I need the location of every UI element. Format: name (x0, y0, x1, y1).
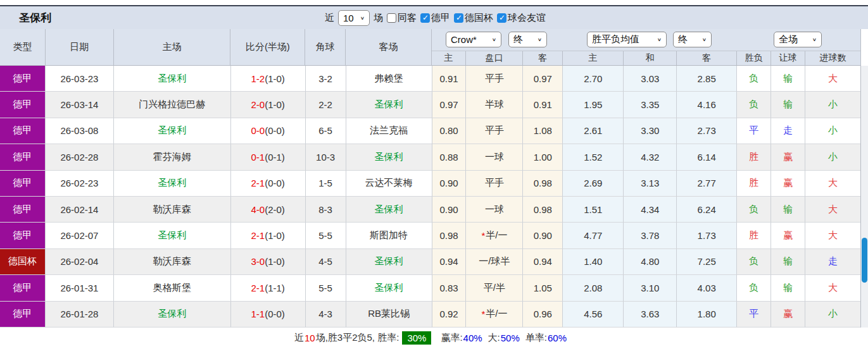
cell-handicap-result: 赢 (771, 302, 805, 328)
cell-odds-home: 0.80 (432, 118, 467, 144)
scrollbar-track[interactable] (861, 66, 868, 328)
subcol-handicap-result: 让球 (771, 51, 805, 65)
fulltime-score: 2-1 (251, 178, 265, 188)
col-header-type: 类型 (0, 29, 46, 65)
matches-table: 类型 日期 主场 比分(半场) 角球 客场 Crow* ∨ 终 ∨ 胜平负均值 (0, 29, 861, 349)
cell-odds-home: 0.90 (432, 197, 467, 223)
cell-avg-draw: 4.80 (624, 249, 677, 275)
dfb-pokal-label: 德国杯 (465, 12, 493, 24)
cell-corner: 5-5 (306, 223, 346, 248)
cell-wdl: 负 (737, 197, 771, 223)
cell-avg-home: 1.51 (563, 197, 624, 223)
cell-date: 26-02-23 (46, 171, 114, 197)
chevron-down-icon: ∨ (492, 37, 496, 42)
scrollbar-thumb[interactable] (862, 238, 867, 283)
cell-away: 法兰克福 (346, 118, 432, 144)
halftime-score: (0-1) (265, 152, 285, 162)
average-time-select[interactable]: 终 ∨ (673, 32, 712, 47)
cell-league: 德甲 (0, 118, 46, 144)
odds-time-select[interactable]: 终 ∨ (508, 32, 547, 47)
cell-league: 德甲 (0, 223, 46, 248)
halftime-score: (2-0) (265, 204, 285, 215)
cell-away: 弗赖堡 (346, 66, 432, 92)
cell-goals: 大 (805, 275, 860, 301)
cell-handicap-result: 输 (771, 249, 805, 275)
cell-handicap-result: 输 (771, 92, 805, 118)
col-header-date: 日期 (46, 29, 114, 65)
cell-score: 2-0(1-0) (231, 92, 306, 118)
stat-label: 单率: (525, 332, 547, 344)
odds-company-select[interactable]: Crow* ∨ (446, 32, 501, 47)
cell-away: 圣保利 (346, 92, 432, 118)
cell-avg-draw: 3.30 (624, 118, 677, 144)
odds-subheader: 主 盘口 客 主 和 客 胜负 让球 进球数 (432, 51, 860, 65)
chevron-down-icon: ∨ (360, 15, 365, 20)
cell-avg-draw: 3.35 (624, 92, 677, 118)
dfb-pokal-checkbox[interactable] (454, 13, 463, 23)
subcol-goals: 进球数 (805, 51, 860, 65)
cell-date: 26-02-07 (46, 223, 114, 248)
fulltime-score: 0-0 (251, 125, 265, 136)
cell-away: 圣保利 (346, 197, 432, 223)
cell-goals: 大 (805, 223, 860, 248)
cell-goals: 走 (805, 249, 860, 275)
cell-home: 圣保利 (114, 118, 231, 144)
filter-controls: 近 10 ∨ 场 同客 德甲 德国杯 球会友谊 (325, 6, 546, 29)
cell-home: 圣保利 (114, 302, 231, 328)
chevron-down-icon: ∨ (657, 37, 662, 42)
cell-avg-away: 2.85 (677, 66, 737, 92)
cell-goals: 小 (805, 92, 860, 118)
cell-odds-home: 0.91 (432, 66, 467, 92)
recent-label: 近 (325, 12, 334, 24)
halftime-score: (0-0) (265, 125, 285, 136)
recent-count-select[interactable]: 10 ∨ (338, 10, 370, 26)
cell-wdl: 负 (737, 275, 771, 301)
cell-avg-home: 2.61 (563, 118, 624, 144)
cell-wdl: 平 (737, 302, 771, 328)
cell-date: 26-03-23 (46, 66, 114, 92)
cell-date: 26-01-28 (46, 302, 114, 328)
cell-score: 2-1(0-0) (231, 171, 306, 197)
cell-avg-away: 4.03 (677, 275, 737, 301)
col-header-corner: 角球 (305, 29, 346, 65)
cell-odds-away: 1.08 (523, 118, 563, 144)
same-venue-group: 同客 (387, 12, 417, 24)
halftime-score: (1-0) (265, 256, 285, 267)
cell-odds-away: 0.90 (523, 223, 563, 248)
cell-odds-away: 0.98 (523, 171, 563, 197)
cell-avg-home: 1.40 (563, 249, 624, 275)
cell-avg-draw: 3.03 (624, 66, 677, 92)
scope-select[interactable]: 全场 ∨ (774, 32, 822, 47)
cell-avg-away: 7.25 (677, 249, 737, 275)
bundesliga-checkbox[interactable] (420, 13, 430, 23)
fulltime-score: 2-1 (251, 283, 265, 293)
friendly-label: 球会友谊 (508, 12, 546, 24)
cell-odds-home: 0.98 (432, 223, 467, 248)
cell-home: 霍芬海姆 (114, 144, 231, 170)
cell-away: 云达不莱梅 (346, 171, 432, 197)
cell-handicap-result: 输 (771, 66, 805, 92)
title-bar: 圣保利 近 10 ∨ 场 同客 德甲 德国杯 球会友谊 (0, 5, 868, 29)
table-row: 德甲26-02-23圣保利2-1(0-0)1-5云达不莱梅0.90平手0.982… (0, 171, 860, 197)
halftime-score: (1-0) (265, 230, 285, 241)
cell-home: 勒沃库森 (114, 249, 231, 275)
cell-odds-away: 0.97 (523, 66, 563, 92)
cell-league: 德甲 (0, 197, 46, 223)
friendly-checkbox[interactable] (497, 13, 506, 23)
cell-home: 圣保利 (114, 66, 231, 92)
cell-handicap: *半/一 (466, 223, 523, 248)
cell-handicap: 平手 (466, 118, 523, 144)
average-type-select[interactable]: 胜平负均值 ∨ (587, 32, 667, 47)
cell-avg-draw: 3.63 (624, 302, 677, 328)
halftime-score: (0-0) (265, 178, 285, 188)
same-venue-checkbox[interactable] (387, 13, 396, 23)
col-header-away: 客场 (346, 29, 432, 65)
cell-date: 26-02-04 (46, 249, 114, 275)
cell-score: 2-1(1-1) (231, 275, 306, 301)
chevron-down-icon: ∨ (538, 37, 542, 42)
col-header-home: 主场 (114, 29, 231, 65)
cell-wdl: 平 (737, 118, 771, 144)
cell-date: 26-02-14 (46, 197, 114, 223)
cell-goals: 大 (805, 66, 860, 92)
cell-wdl: 负 (737, 66, 771, 92)
